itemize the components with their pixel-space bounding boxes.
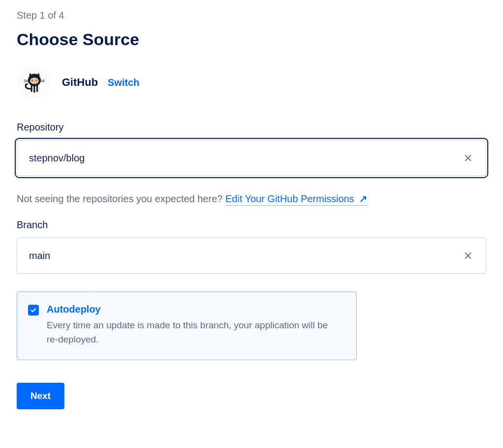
- permissions-helper-text: Not seeing the repositories you expected…: [17, 193, 225, 204]
- svg-point-9: [34, 82, 35, 82]
- next-button[interactable]: Next: [17, 383, 64, 409]
- svg-rect-2: [33, 85, 35, 93]
- branch-label: Branch: [17, 219, 486, 231]
- repository-select[interactable]: stepnov/blog: [17, 140, 486, 176]
- switch-source-link[interactable]: Switch: [108, 77, 139, 88]
- autodeploy-text: Autodeploy Every time an update is made …: [47, 304, 341, 347]
- svg-point-7: [32, 80, 32, 80]
- permissions-helper: Not seeing the repositories you expected…: [17, 193, 486, 205]
- autodeploy-title: Autodeploy: [47, 304, 341, 315]
- repository-label: Repository: [17, 122, 486, 133]
- github-octocat-icon: [17, 65, 52, 100]
- page-title: Choose Source: [17, 30, 486, 49]
- repository-value: stepnov/blog: [29, 153, 84, 164]
- source-provider-name: GitHub: [62, 76, 98, 89]
- edit-github-permissions-label: Edit Your GitHub Permissions: [225, 193, 354, 204]
- autodeploy-description: Every time an update is made to this bra…: [47, 318, 341, 347]
- autodeploy-card: Autodeploy Every time an update is made …: [17, 291, 357, 360]
- step-indicator: Step 1 of 4: [17, 10, 486, 21]
- svg-point-8: [36, 80, 36, 80]
- external-link-icon: ↗: [359, 193, 367, 204]
- edit-github-permissions-link[interactable]: Edit Your GitHub Permissions ↗: [225, 193, 367, 206]
- svg-rect-3: [36, 85, 38, 92]
- autodeploy-checkbox[interactable]: [28, 305, 39, 316]
- clear-branch-icon[interactable]: [462, 250, 474, 262]
- source-provider-row: GitHub Switch: [17, 65, 486, 100]
- svg-point-4: [30, 78, 39, 84]
- clear-repository-icon[interactable]: [462, 152, 474, 164]
- branch-value: main: [29, 250, 50, 262]
- branch-select[interactable]: main: [17, 237, 486, 274]
